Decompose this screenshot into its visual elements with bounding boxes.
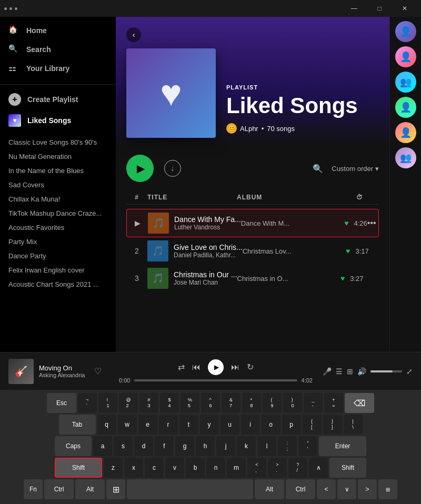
key-q[interactable]: q [97,415,116,435]
download-button[interactable]: ↓ [164,160,181,177]
track-row[interactable]: 2 ▶ 🎵 Give Love on Chris... Daniel Padil… [126,237,379,265]
now-playing-heart-button[interactable]: ♡ [94,366,102,376]
fullscreen-button[interactable]: ⤢ [406,367,413,376]
key-f[interactable]: f [155,436,174,456]
key-4[interactable]: $4 [160,393,179,413]
key-i[interactable]: i [241,415,260,435]
key-t[interactable]: t [179,415,198,435]
queue-button[interactable]: ☰ [336,367,343,376]
key-semicolon[interactable]: :; [278,436,297,456]
track-row[interactable]: ▶ ▶ 🎵 Dance With My Fa... Luther Vandros… [126,209,379,237]
playlist-item[interactable]: In the Name of the Blues [0,164,116,178]
search-tracks-button[interactable]: 🔍 [313,164,323,174]
track-more-button[interactable]: ••• [367,218,383,228]
key-tab[interactable]: Tab [59,415,96,435]
key-equals[interactable]: += [324,393,343,413]
key-down[interactable]: ∨ [337,479,356,499]
key-z[interactable]: z [104,458,123,478]
sidebar-item-home[interactable]: 🏠 Home [0,21,116,40]
key-9[interactable]: (9 [263,393,282,413]
key-n[interactable]: n [206,458,225,478]
play-button[interactable]: ▶ [126,155,154,182]
key-tilde[interactable]: ~` [78,393,97,413]
key-period[interactable]: >. [268,458,287,478]
volume-bar[interactable] [370,370,402,372]
key-7[interactable]: &7 [222,393,240,413]
key-slash[interactable]: ?/ [288,458,307,478]
key-misc[interactable]: ⊞ [378,479,397,499]
sidebar-item-search[interactable]: 🔍 Search [0,40,116,59]
back-button[interactable]: ‹ [126,27,141,42]
key-caps[interactable]: Caps [55,436,92,456]
key-right[interactable]: > [358,479,377,499]
sidebar-item-library[interactable]: ⚏ Your Library [0,59,116,78]
playlist-item[interactable]: Party Mix [0,235,116,249]
key-v[interactable]: v [165,458,184,478]
key-8[interactable]: *8 [242,393,261,413]
next-button[interactable]: ⏭ [231,362,239,372]
playlist-item[interactable]: Dance Party [0,249,116,263]
progress-bar[interactable] [134,379,297,381]
key-alt-left[interactable]: Alt [75,479,105,499]
key-y[interactable]: y [200,415,219,435]
key-p[interactable]: p [282,415,301,435]
key-windows[interactable]: ⊞ [106,479,125,499]
key-alt-right[interactable]: Alt [255,479,284,499]
key-d[interactable]: d [134,436,153,456]
player-play-button[interactable]: ▶ [208,359,224,375]
key-minus[interactable]: _- [304,393,323,413]
key-s[interactable]: s [114,436,133,456]
key-o[interactable]: o [262,415,280,435]
lyrics-button[interactable]: 🎤 [323,367,332,376]
key-comma[interactable]: <, [247,458,266,478]
key-m[interactable]: m [227,458,246,478]
key-w[interactable]: w [118,415,137,435]
key-ctrl-right[interactable]: Ctrl [286,479,315,499]
key-6[interactable]: ^6 [201,393,220,413]
key-r[interactable]: r [159,415,178,435]
key-backslash[interactable]: |\ [344,415,363,435]
volume-button[interactable]: 🔊 [357,367,366,376]
track-row[interactable]: 3 ▶ 🎵 Christmas in Our ... Jose Mari Cha… [126,265,379,292]
playlist-item[interactable]: Sad Covers [0,178,116,192]
key-fn[interactable]: Fn [24,479,43,499]
prev-button[interactable]: ⏮ [192,362,201,372]
liked-songs-item[interactable]: ♥ Liked Songs [0,110,116,131]
key-h[interactable]: h [196,436,215,456]
key-l[interactable]: l [257,436,276,456]
key-space[interactable] [127,479,253,499]
key-quote[interactable]: "' [298,436,317,456]
key-enter[interactable]: Enter [319,436,366,456]
key-j[interactable]: j [216,436,235,456]
key-esc[interactable]: Esc [47,393,76,413]
key-b[interactable]: b [186,458,205,478]
playlist-item[interactable]: Classic Love Songs 80's 90's [0,135,116,149]
friend-avatar-1[interactable]: 👤 [395,21,416,42]
key-2[interactable]: @2 [119,393,138,413]
playlist-item[interactable]: Chillax Ka Muna! [0,192,116,206]
key-x[interactable]: x [124,458,143,478]
playlist-item[interactable]: Felix Irwan English cover [0,263,116,277]
key-u[interactable]: u [220,415,239,435]
key-shift-right[interactable]: Shift [329,458,366,478]
key-shift-left[interactable]: Shift [55,458,102,478]
key-left[interactable]: < [317,479,336,499]
key-g[interactable]: g [175,436,194,456]
playlist-item[interactable]: TikTok Mashup Dance Craze... [0,206,116,220]
playlist-item[interactable]: Acoustic Favorites [0,220,116,235]
key-a[interactable]: a [93,436,112,456]
key-e[interactable]: e [138,415,157,435]
key-c[interactable]: c [145,458,164,478]
friend-avatar-3[interactable]: 👥 [395,72,416,93]
friend-avatar-6[interactable]: 👥 [395,147,416,168]
repeat-button[interactable]: ↻ [247,362,254,372]
key-backspace[interactable]: ⌫ [345,393,374,413]
maximize-button[interactable]: □ [367,0,392,17]
key-0[interactable]: )0 [283,393,302,413]
minimize-button[interactable]: — [342,0,366,17]
key-bracket-left[interactable]: {[ [303,415,322,435]
shuffle-button[interactable]: ⇄ [178,362,185,372]
playlist-item[interactable]: Nu Metal Generation [0,149,116,164]
key-bracket-right[interactable]: }] [323,415,342,435]
key-1[interactable]: !1 [98,393,117,413]
